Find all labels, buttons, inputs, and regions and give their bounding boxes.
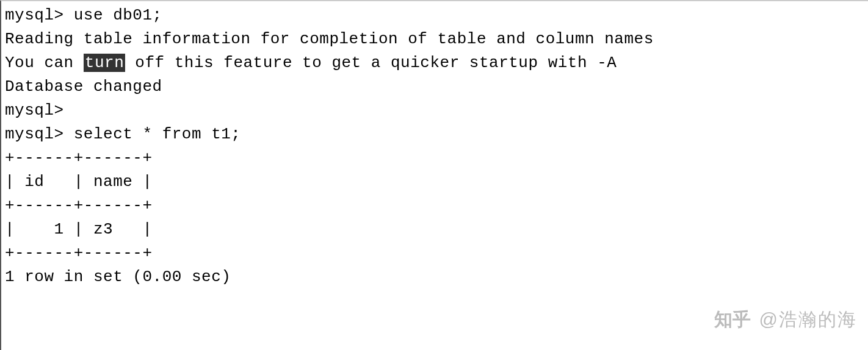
info-message: Reading table information for completion… bbox=[5, 27, 864, 51]
table-row: | 1 | z3 | bbox=[5, 218, 864, 241]
table-header: | id | name | bbox=[5, 170, 864, 194]
result-message: 1 row in set (0.00 sec) bbox=[5, 265, 864, 289]
info-message: You can turn off this feature to get a q… bbox=[5, 51, 864, 75]
command-line: mysql> select * from t1; bbox=[5, 123, 864, 146]
watermark: 知乎 @浩瀚的海 bbox=[714, 305, 857, 333]
table-border: +------+------+ bbox=[5, 146, 864, 170]
zhihu-logo: 知乎 bbox=[714, 305, 751, 333]
highlighted-text: turn bbox=[84, 54, 125, 72]
table-border: +------+------+ bbox=[5, 194, 864, 218]
status-message: Database changed bbox=[5, 75, 864, 99]
prompt-line: mysql> bbox=[5, 99, 864, 123]
text-segment: off this feature to get a quicker startu… bbox=[125, 54, 617, 72]
terminal-output[interactable]: mysql> use db01; Reading table informati… bbox=[5, 4, 864, 289]
command-line: mysql> use db01; bbox=[5, 4, 864, 27]
text-segment: You can bbox=[5, 54, 84, 72]
table-border: +------+------+ bbox=[5, 241, 864, 265]
watermark-author: @浩瀚的海 bbox=[759, 305, 857, 333]
